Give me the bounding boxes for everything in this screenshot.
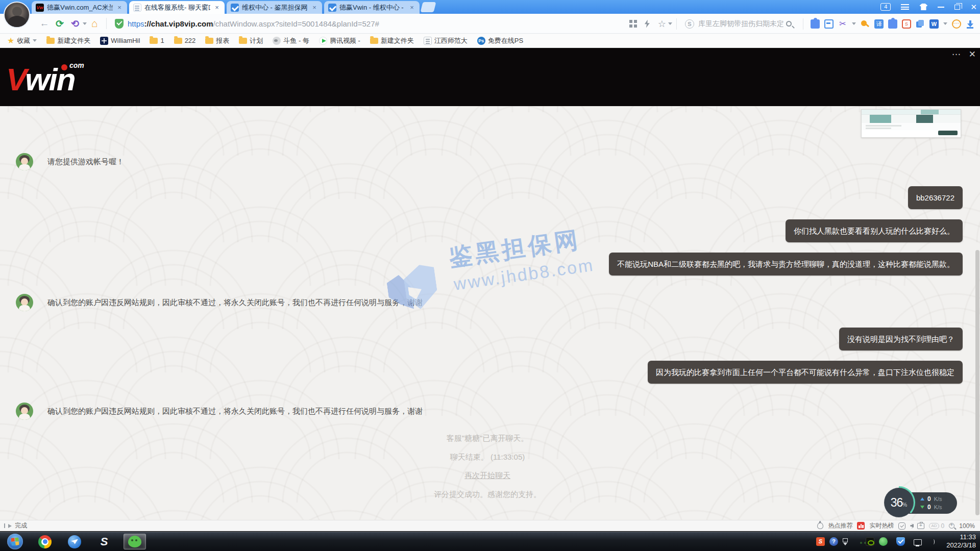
download-value: 0: [927, 504, 931, 511]
security-shield-icon[interactable]: [115, 19, 124, 29]
tab-close-icon[interactable]: ×: [213, 4, 220, 11]
back-icon[interactable]: ←: [37, 18, 52, 29]
extension-translate-icon[interactable]: 译: [874, 19, 884, 29]
history-caret-icon[interactable]: [83, 22, 87, 25]
extension-bar: ✂ 译 S W ···: [811, 19, 975, 29]
extension-caret-icon[interactable]: [943, 22, 947, 25]
tray-sogou-icon[interactable]: S: [816, 537, 825, 546]
zoom-icon[interactable]: [949, 523, 954, 529]
favorite-caret-icon[interactable]: [668, 22, 672, 25]
tab-title: 在线客服系统- 聊天窗口: [144, 3, 210, 12]
tab-count-badge[interactable]: 4: [880, 3, 891, 11]
clock-time: 11:33: [946, 533, 976, 541]
home-icon[interactable]: ⌂: [87, 17, 102, 30]
trending-chart-icon[interactable]: [857, 522, 865, 530]
bookmark-folder[interactable]: 报表: [205, 36, 229, 45]
tray-expander-icon[interactable]: [843, 538, 848, 545]
history-restore-icon[interactable]: ⟲: [67, 18, 83, 30]
hot-recommend-icon[interactable]: [817, 522, 823, 529]
new-tab-button[interactable]: [421, 2, 436, 12]
extension-scissors-icon[interactable]: ✂: [838, 19, 847, 29]
bookmark-jxnu[interactable]: 江西师范大: [424, 36, 468, 45]
page-more-icon[interactable]: ⋯: [952, 49, 961, 60]
zoom-level[interactable]: 100%: [959, 522, 975, 530]
taskbar-wechat-active[interactable]: [124, 534, 146, 549]
extension-shopping-icon[interactable]: S: [902, 19, 911, 29]
qr-code-icon[interactable]: [629, 20, 637, 28]
tray-help-icon[interactable]: ?: [829, 537, 838, 546]
bookmark-folder[interactable]: 新建文件夹: [370, 36, 414, 45]
taskbar-s-app[interactable]: S: [93, 534, 115, 549]
taskbar-blue-app[interactable]: [63, 534, 86, 549]
chat-image-thumbnail[interactable]: [861, 109, 961, 138]
close-window-icon[interactable]: ✕: [970, 3, 977, 11]
bookmark-tencent-video[interactable]: 腾讯视频 -: [319, 36, 360, 45]
extension-puzzle-icon[interactable]: [811, 19, 820, 29]
taskbar-clock[interactable]: 11:33 2022/3/18: [946, 533, 976, 549]
address-bar[interactable]: https://chat.vip8vip.com/chatWindow.aspx…: [128, 19, 379, 28]
extension-login-icon[interactable]: [824, 19, 834, 29]
restart-chat-link[interactable]: 再次开始聊天: [464, 471, 510, 480]
start-button[interactable]: [7, 534, 23, 549]
extension-word-icon[interactable]: W: [929, 19, 939, 29]
tray-network-icon[interactable]: [914, 539, 922, 545]
tray-green-icon[interactable]: [879, 537, 888, 546]
toolbar-separator: [676, 18, 677, 30]
safety-check-icon[interactable]: [898, 522, 905, 530]
tab-close-icon[interactable]: ×: [116, 4, 123, 11]
bookmark-folder[interactable]: 1: [150, 37, 164, 44]
page-scrollbar-thumb[interactable]: [975, 250, 979, 515]
memory-usage-ball[interactable]: 36%: [883, 486, 915, 519]
bookmark-online-ps[interactable]: Ps免费在线PS: [477, 36, 523, 45]
search-engine-icon[interactable]: S: [685, 19, 694, 29]
extension-caret-icon[interactable]: [852, 22, 856, 25]
extension-copy-icon[interactable]: [916, 19, 925, 29]
accelerate-icon[interactable]: [645, 20, 650, 28]
bookmark-folder[interactable]: 新建文件夹: [46, 36, 90, 45]
toolbox-icon[interactable]: [917, 523, 924, 529]
system-message: 评分提交成功。感谢您的支持。: [0, 490, 975, 499]
restore-icon[interactable]: [954, 5, 960, 10]
ad-blocker[interactable]: AD0: [929, 522, 944, 530]
search-icon[interactable]: [786, 21, 792, 27]
taskbar-chrome[interactable]: [34, 534, 56, 549]
extension-puzzle-icon[interactable]: [888, 19, 897, 29]
bookmark-folder[interactable]: 222: [174, 37, 196, 44]
favorites-menu[interactable]: ★收藏: [7, 36, 37, 45]
page-close-icon[interactable]: ✕: [969, 49, 976, 60]
bookmark-williamhill[interactable]: WilliamHil: [100, 37, 140, 45]
extension-key-icon[interactable]: [861, 19, 870, 29]
tray-wechat-icon[interactable]: [852, 537, 861, 546]
download-icon[interactable]: [966, 19, 975, 29]
hot-recommend-label[interactable]: 热点推荐: [828, 521, 852, 530]
tab-close-icon[interactable]: ×: [311, 4, 318, 11]
bookmark-douyu[interactable]: 斗鱼 - 每: [273, 36, 309, 45]
tray-nvidia-icon[interactable]: [866, 537, 874, 546]
favorites-label: 收藏: [17, 36, 30, 45]
search-input[interactable]: 库里左脚韧带扭伤归期未定: [698, 19, 786, 29]
tab-weiquan-center[interactable]: 维权中心 - 鉴黑担保网 ×: [227, 1, 322, 14]
mute-icon[interactable]: [910, 523, 913, 529]
favorite-star-icon[interactable]: ☆: [658, 18, 666, 30]
skin-theme-icon[interactable]: [919, 4, 927, 10]
tray-security-shield-icon[interactable]: [896, 537, 905, 546]
tab-chat-window[interactable]: 在线客服系统- 聊天窗口 ×: [129, 1, 225, 14]
vwin-logo-win: win: [25, 62, 75, 97]
tray-volume-icon[interactable]: [926, 537, 935, 546]
tab-close-icon[interactable]: ×: [408, 4, 415, 11]
menu-icon[interactable]: [901, 4, 909, 10]
toolbar-right: ☆ S 库里左脚韧带扭伤归期未定 ✂ 译 S W ···: [626, 14, 980, 34]
minimize-icon[interactable]: [938, 7, 944, 8]
extension-more-icon[interactable]: ···: [952, 19, 961, 29]
bookmark-label: 报表: [216, 36, 229, 45]
windows-taskbar: S S ? 11:33 2022/3/18: [0, 531, 980, 551]
tab-vwin-weiquan[interactable]: 德赢Vwin - 维权中心 - ×: [324, 1, 420, 14]
bookmark-folder[interactable]: 计划: [239, 36, 263, 45]
browser-profile-avatar[interactable]: [4, 2, 30, 28]
trending-label[interactable]: 实时热榜: [869, 521, 894, 530]
tab-vwin-home[interactable]: Vw 德赢Vwin.com_AC米兰 ×: [32, 1, 127, 14]
refresh-icon[interactable]: ⟳: [52, 18, 67, 30]
upload-speed-row: 0K/s: [920, 495, 957, 503]
user-message-bubble: 不能说玩NBA和二级联赛都去黑的吧，我请求与贵方经理聊聊，真的没道理，这种比赛都…: [609, 253, 963, 276]
speed-ball-widget[interactable]: 0K/s 0K/s 36%: [883, 486, 957, 519]
